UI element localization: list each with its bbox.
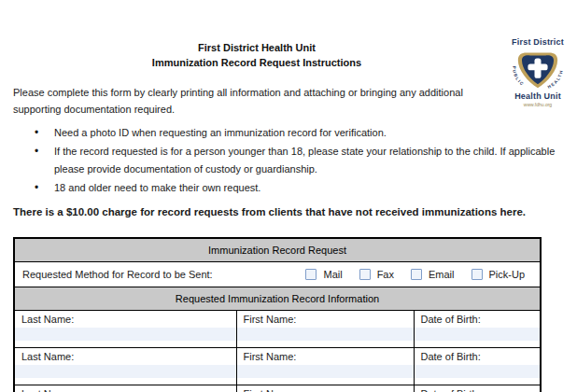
first-name-label: First Name: <box>237 385 414 392</box>
organization-logo: First District PUBLIC HEALTH Health Unit… <box>504 37 571 108</box>
method-row: Requested Method for Record to be Sent: … <box>14 261 541 287</box>
first-name-label: First Name: <box>237 311 414 326</box>
section-header-row: Requested Immunization Record Informatio… <box>14 287 541 310</box>
last-name-input-1[interactable] <box>15 328 236 341</box>
document-title: First District Health Unit Immunization … <box>0 0 514 70</box>
checkbox-pickup[interactable] <box>471 269 483 280</box>
record-row-1: Last Name: First Name: Date of Birth: <box>14 310 541 347</box>
title-line-1: First District Health Unit <box>0 40 514 55</box>
instruction-item-photo-id: Need a photo ID when requesting an immun… <box>33 124 568 143</box>
dob-label: Date of Birth: <box>415 385 541 392</box>
method-option-pickup: Pick-Up <box>471 269 526 280</box>
method-label: Requested Method for Record to be Sent: <box>22 269 213 280</box>
method-option-fax: Fax <box>359 269 394 280</box>
last-name-label: Last Name: <box>15 311 236 326</box>
logo-top-text: First District <box>504 37 571 48</box>
immunization-request-table: Immunization Record Request Requested Me… <box>13 237 542 392</box>
dob-label: Date of Birth: <box>415 348 541 363</box>
first-name-input-1[interactable] <box>237 328 414 341</box>
instruction-item-younger-18: If the record requested is for a person … <box>33 143 568 179</box>
health-shield-icon: PUBLIC HEALTH <box>509 49 567 91</box>
charge-notice: There is a $10.00 charge for record requ… <box>13 205 577 218</box>
section-header-row: Immunization Record Request <box>14 238 541 261</box>
section-title-request: Immunization Record Request <box>14 238 541 261</box>
checkbox-email-label: Email <box>429 269 455 280</box>
method-option-mail: Mail <box>305 269 342 280</box>
checkbox-fax[interactable] <box>359 269 371 280</box>
method-option-email: Email <box>411 269 455 280</box>
last-name-label: Last Name: <box>15 348 236 363</box>
section-title-information: Requested Immunization Record Informatio… <box>14 287 541 310</box>
first-name-label: First Name: <box>237 348 414 363</box>
checkbox-mail[interactable] <box>305 269 317 280</box>
instruction-list: Need a photo ID when requesting an immun… <box>33 124 568 197</box>
immunization-request-form: First District Health Unit Immunization … <box>0 0 577 392</box>
first-name-input-2[interactable] <box>237 365 414 378</box>
intro-paragraph: Please complete this form by clearly pri… <box>13 84 482 118</box>
record-row-2: Last Name: First Name: Date of Birth: <box>14 347 541 385</box>
logo-website: www.fdhu.org <box>504 102 571 108</box>
instruction-item-18-older: 18 and older need to make their own requ… <box>33 179 568 198</box>
last-name-input-2[interactable] <box>15 365 236 378</box>
last-name-label: Last Name: <box>15 385 236 392</box>
dob-input-1[interactable] <box>415 328 541 341</box>
dob-label: Date of Birth: <box>415 311 541 326</box>
title-line-2: Immunization Record Request Instructions <box>0 55 514 70</box>
checkbox-pickup-label: Pick-Up <box>489 269 526 280</box>
dob-input-2[interactable] <box>415 365 541 378</box>
logo-bottom-text: Health Unit <box>504 91 571 102</box>
checkbox-mail-label: Mail <box>323 269 342 280</box>
checkbox-fax-label: Fax <box>377 269 394 280</box>
checkbox-email[interactable] <box>411 269 422 280</box>
record-row-3: Last Name: First Name: Date of Birth: <box>14 385 541 392</box>
